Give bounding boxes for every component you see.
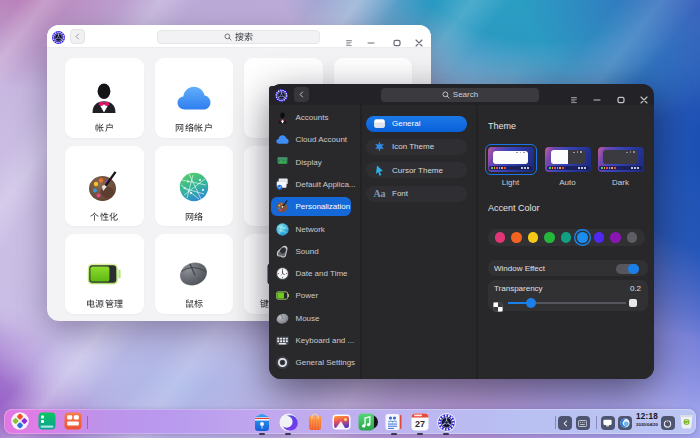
svg-text:27: 27 xyxy=(415,418,425,428)
